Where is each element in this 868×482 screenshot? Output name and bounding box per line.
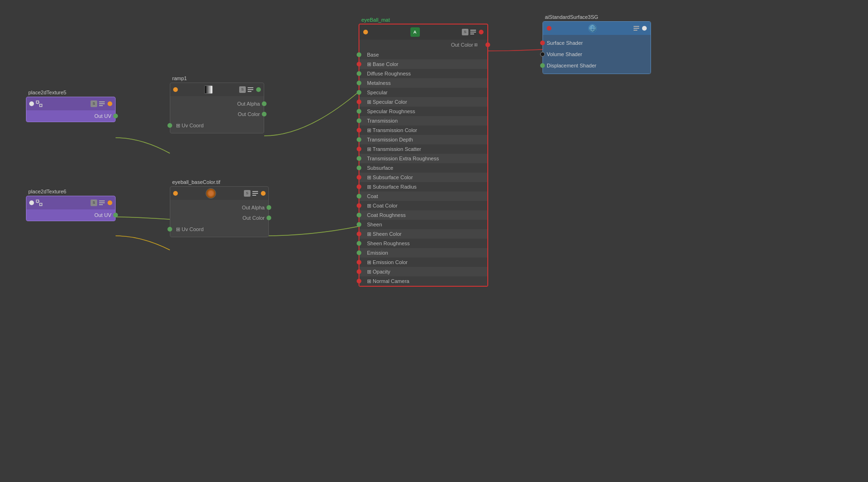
attr-row-metalness: Metalness — [359, 78, 487, 88]
node-title-place2d5: place2dTexture5 — [26, 89, 68, 96]
node-body-place2d6: Out UV — [26, 209, 115, 221]
port-emission-color[interactable] — [357, 260, 361, 265]
port-transmission-color[interactable] — [357, 128, 361, 133]
port-surface-shader[interactable] — [540, 41, 545, 45]
out-color-tex: Out Color — [242, 215, 265, 221]
mat-attributes-body: Base ⊞ Base Color Diffuse Roughness Meta… — [359, 50, 487, 286]
node-eyeball-texture[interactable]: eyeball_baseColor.tif S Out Alpha Out Co… — [170, 186, 269, 237]
port-out-color-ramp[interactable] — [262, 112, 267, 116]
port-coat[interactable] — [357, 194, 361, 199]
port-out-uv2[interactable] — [113, 213, 118, 217]
port-out-color-mat[interactable] — [485, 42, 490, 47]
svg-rect-4 — [36, 200, 39, 202]
port-white-left — [29, 101, 34, 106]
port-green-right-ramp — [256, 87, 261, 92]
port-white-left — [29, 200, 34, 205]
port-diffuse-roughness[interactable] — [357, 71, 361, 76]
attr-row-base-color: ⊞ Base Color — [359, 59, 487, 69]
attr-row-opacity: ⊞ Opacity — [359, 267, 487, 276]
node-title-ramp1: ramp1 — [170, 75, 189, 82]
port-specular[interactable] — [357, 90, 361, 95]
ai-sg-header — [543, 22, 651, 35]
port-base[interactable] — [357, 52, 361, 57]
node-body-ramp1: Out Alpha Out Color ⊞ Uv Coord — [170, 96, 264, 133]
port-transmission-scatter[interactable] — [357, 147, 361, 151]
attr-row-transmission-extra-roughness: Transmission Extra Roughness — [359, 154, 487, 163]
attr-row-coat-color: ⊞ Coat Color — [359, 201, 487, 210]
port-transmission[interactable] — [357, 118, 361, 123]
port-subsurface-color[interactable] — [357, 175, 361, 180]
attr-label-base: Base — [367, 52, 379, 58]
attr-label-transmission-scatter: ⊞ Transmission Scatter — [367, 146, 421, 152]
attr-row-specular-color: ⊞ Specular Color — [359, 97, 487, 107]
port-orange-right — [108, 101, 112, 106]
attr-label-sheen-roughness: Sheen Roughness — [367, 241, 410, 246]
attr-row-subsurface-color: ⊞ Subsurface Color — [359, 173, 487, 182]
attr-row-diffuse-roughness: Diffuse Roughness — [359, 69, 487, 78]
node-ramp1[interactable]: ramp1 S Out Alpha Out Color ⊞ Uv Coord — [170, 83, 264, 133]
globe-icon — [588, 24, 597, 33]
port-specular-color[interactable] — [357, 100, 361, 104]
port-out-uv[interactable] — [113, 114, 118, 118]
port-metalness[interactable] — [357, 81, 361, 85]
mat-node-header: A S — [359, 25, 487, 40]
port-normal-camera[interactable] — [357, 279, 361, 283]
lines-icon-mat — [470, 29, 477, 35]
port-base-color[interactable] — [357, 62, 361, 66]
lines-icon — [99, 100, 106, 107]
displacement-shader-label: Displacement Shader — [547, 63, 596, 68]
ramp-preview — [204, 85, 213, 94]
node-place2d-texture5[interactable]: S Out UV place2dTexture5 — [26, 97, 116, 122]
node-eyeball-mat[interactable]: eyeBall_mat A S Out Color ⊞ Base ⊞ Base — [359, 24, 488, 287]
port-transmission-extra-roughness[interactable] — [357, 156, 361, 161]
surface-shader-label: Surface Shader — [547, 40, 583, 46]
out-color-mat-label: Out Color — [451, 42, 473, 48]
port-sheen-color[interactable] — [357, 232, 361, 236]
lines-icon-ramp — [248, 86, 254, 93]
svg-rect-5 — [40, 203, 42, 206]
attr-label-sheen: Sheen — [367, 222, 382, 227]
attr-label-metalness: Metalness — [367, 80, 391, 86]
transform-icon2 — [36, 199, 42, 206]
port-opacity[interactable] — [357, 269, 361, 274]
port-out-alpha-ramp[interactable] — [262, 101, 267, 106]
port-uv-coord-ramp[interactable] — [167, 123, 172, 128]
port-coat-roughness[interactable] — [357, 213, 361, 217]
port-coat-color[interactable] — [357, 203, 361, 208]
port-sheen-roughness[interactable] — [357, 241, 361, 246]
attr-label-coat: Coat — [367, 193, 378, 199]
volume-shader-label: Volume Shader — [547, 51, 582, 57]
attr-row-coat: Coat — [359, 191, 487, 201]
lines-icon2 — [99, 199, 106, 206]
node-place2d-texture6[interactable]: S Out UV place2dTexture6 — [26, 196, 116, 221]
port-uv-coord-tex[interactable] — [167, 227, 172, 232]
port-emission[interactable] — [357, 250, 361, 255]
attr-row-transmission: Transmission — [359, 116, 487, 125]
port-out-alpha-tex[interactable] — [267, 205, 271, 210]
attr-label-emission-color: ⊞ Emission Color — [367, 259, 408, 266]
port-sheen[interactable] — [357, 222, 361, 227]
attr-label-transmission-extra-roughness: Transmission Extra Roughness — [367, 156, 439, 161]
svg-rect-0 — [36, 101, 39, 103]
uv-coord-tex: ⊞ Uv Coord — [174, 226, 204, 233]
out-uv-label: Out UV — [94, 113, 111, 119]
node-title-place2d6: place2dTexture6 — [26, 188, 68, 195]
port-displacement-shader[interactable] — [540, 63, 545, 68]
port-specular-roughness[interactable] — [357, 109, 361, 114]
attr-label-specular: Specular — [367, 90, 387, 95]
out-alpha-ramp: Out Alpha — [237, 101, 260, 107]
node-ai-standard-surface[interactable]: aiStandardSurface3SG Surface Shader — [542, 21, 651, 74]
port-subsurface-radius[interactable] — [357, 184, 361, 189]
port-out-color-tex[interactable] — [267, 216, 271, 220]
attr-row-subsurface: Subsurface — [359, 163, 487, 173]
port-subsurface[interactable] — [357, 166, 361, 170]
port-transmission-depth[interactable] — [357, 137, 361, 142]
attr-label-emission: Emission — [367, 250, 388, 256]
attr-label-subsurface-radius: ⊞ Subsurface Radius — [367, 184, 417, 190]
attr-row-emission: Emission — [359, 248, 487, 258]
port-volume-shader[interactable] — [540, 52, 545, 57]
out-color-row: Out Color ⊞ — [359, 40, 487, 50]
out-alpha-tex: Out Alpha — [242, 205, 265, 210]
port-red-right-mat — [479, 30, 484, 34]
transform-icon — [36, 100, 42, 107]
